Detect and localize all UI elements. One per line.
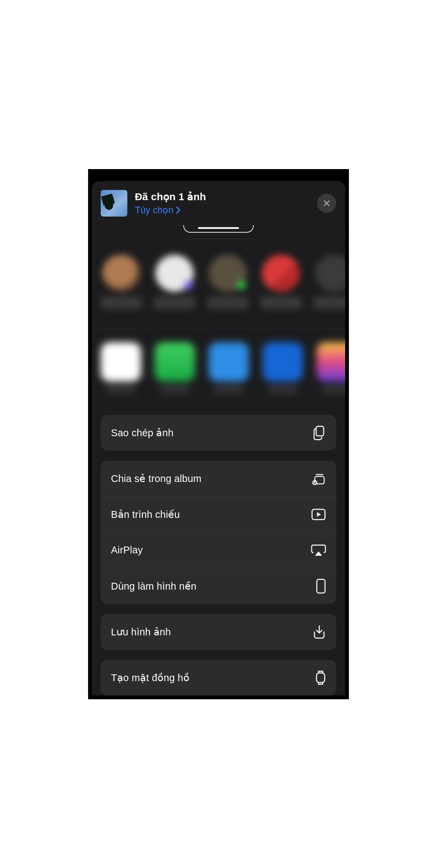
sheet-header: Đã chọn 1 ảnh Tùy chọn bbox=[92, 181, 345, 226]
action-create-watch-face[interactable]: Tạo mặt đồng hồ bbox=[101, 660, 336, 695]
app-label bbox=[322, 386, 345, 393]
app-tile-icon bbox=[263, 342, 303, 382]
options-label: Tùy chọn bbox=[135, 205, 173, 216]
device-frame: Đã chọn 1 ảnh Tùy chọn bbox=[88, 169, 349, 699]
options-link[interactable]: Tùy chọn bbox=[135, 205, 181, 216]
iphone-icon bbox=[311, 579, 326, 594]
action-label: Sao chép ảnh bbox=[111, 427, 173, 439]
avatar bbox=[315, 255, 345, 292]
close-icon bbox=[323, 199, 331, 207]
action-label: Dùng làm hình nền bbox=[111, 580, 196, 592]
action-slideshow[interactable]: Bản trình chiếu bbox=[101, 497, 336, 532]
selected-photo-thumbnail[interactable] bbox=[101, 190, 127, 217]
contact-label bbox=[154, 297, 195, 309]
avatar bbox=[262, 255, 300, 292]
copy-icon bbox=[311, 425, 326, 440]
airdrop-contact[interactable] bbox=[207, 255, 248, 309]
action-group: Chia sẻ trong album bbox=[101, 461, 336, 604]
close-button[interactable] bbox=[317, 194, 336, 213]
download-icon bbox=[311, 624, 326, 639]
app-label bbox=[107, 386, 135, 393]
contact-label bbox=[260, 297, 301, 309]
action-label: Chia sẻ trong album bbox=[111, 473, 201, 484]
airplay-icon bbox=[311, 543, 326, 558]
header-text: Đã chọn 1 ảnh Tùy chọn bbox=[135, 191, 317, 216]
action-group: Tạo mặt đồng hồ bbox=[101, 660, 336, 695]
app-tile-icon bbox=[316, 342, 345, 382]
shared-album-icon bbox=[311, 471, 326, 486]
contact-label bbox=[101, 297, 142, 309]
avatar bbox=[209, 255, 247, 292]
screen: Đã chọn 1 ảnh Tùy chọn bbox=[92, 173, 345, 695]
action-save-image[interactable]: Lưu hình ảnh bbox=[101, 614, 336, 650]
contact-label bbox=[314, 297, 345, 309]
share-app[interactable] bbox=[209, 342, 249, 393]
share-app[interactable] bbox=[316, 342, 345, 393]
action-group-highlighted: Lưu hình ảnh bbox=[101, 614, 336, 650]
action-group: Sao chép ảnh bbox=[101, 415, 336, 451]
contact-label bbox=[207, 297, 248, 309]
avatar bbox=[155, 255, 194, 292]
play-rectangle-icon bbox=[311, 507, 326, 522]
action-label: Lưu hình ảnh bbox=[111, 626, 171, 638]
grabber-area bbox=[92, 226, 345, 239]
svg-point-3 bbox=[314, 481, 315, 482]
action-share-album[interactable]: Chia sẻ trong album bbox=[101, 461, 336, 496]
apple-watch-icon bbox=[311, 670, 326, 685]
chevron-right-icon bbox=[175, 206, 181, 214]
share-app[interactable] bbox=[155, 342, 195, 393]
airdrop-contacts-row bbox=[92, 239, 345, 329]
action-airplay[interactable]: AirPlay bbox=[101, 533, 336, 568]
action-wallpaper[interactable]: Dùng làm hình nền bbox=[101, 568, 336, 604]
airdrop-contact[interactable] bbox=[154, 255, 195, 309]
actions-list: Sao chép ảnh Chia sẻ trong album bbox=[92, 415, 345, 695]
svg-rect-6 bbox=[316, 673, 325, 683]
app-tile-icon bbox=[155, 342, 195, 382]
action-label: AirPlay bbox=[111, 545, 143, 556]
airdrop-contact[interactable] bbox=[101, 255, 142, 309]
svg-rect-0 bbox=[316, 426, 324, 436]
selection-title: Đã chọn 1 ảnh bbox=[135, 191, 317, 203]
app-label bbox=[160, 386, 189, 393]
share-app[interactable] bbox=[101, 342, 141, 393]
share-app[interactable] bbox=[263, 342, 303, 393]
avatar bbox=[102, 255, 140, 292]
app-tile-icon bbox=[209, 342, 249, 382]
app-label bbox=[214, 386, 243, 393]
app-tile-icon bbox=[101, 342, 141, 382]
action-copy-photo[interactable]: Sao chép ảnh bbox=[101, 415, 336, 451]
app-label bbox=[268, 386, 297, 393]
app-badge-icon bbox=[184, 281, 193, 290]
sheet-grabber[interactable] bbox=[183, 225, 254, 233]
airdrop-contact[interactable] bbox=[314, 255, 345, 309]
action-label: Tạo mặt đồng hồ bbox=[111, 672, 189, 684]
airdrop-contact[interactable] bbox=[260, 255, 301, 309]
svg-rect-5 bbox=[317, 579, 325, 593]
app-badge-icon bbox=[237, 281, 246, 290]
share-sheet: Đã chọn 1 ảnh Tùy chọn bbox=[92, 181, 345, 695]
action-label: Bản trình chiếu bbox=[111, 509, 180, 520]
share-apps-row bbox=[92, 329, 345, 407]
